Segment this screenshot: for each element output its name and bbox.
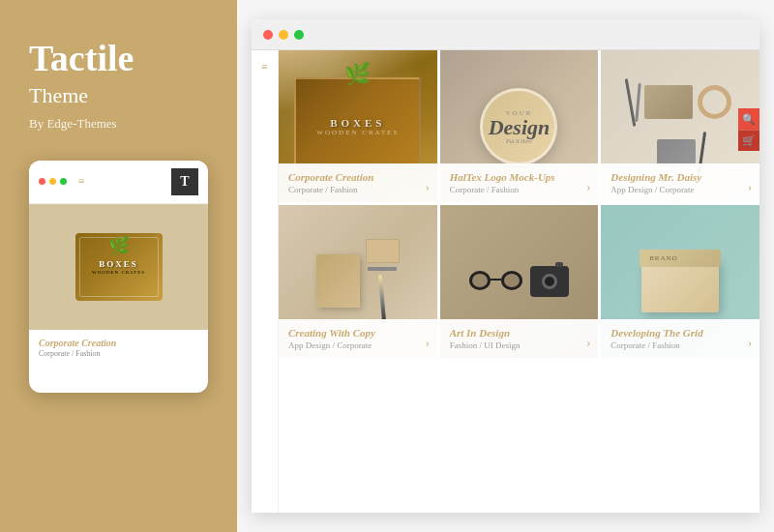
item-1-caption: Corporate Creation Corporate / Fashion › <box>279 163 437 202</box>
app-by: By Edge-Themes <box>29 116 208 132</box>
grid-item-1[interactable]: 🌿 BOXES wooden crates Corporate Creation… <box>279 50 437 202</box>
browser-btn-maximize[interactable] <box>294 30 304 40</box>
main-area: ≡ 🔍 🛒 🌿 BOXES wooden crates <box>237 0 774 532</box>
pencil-item <box>378 275 386 323</box>
box-brand-text: BRAND <box>649 254 678 262</box>
envelope <box>366 239 400 263</box>
dot-green <box>60 178 67 185</box>
glasses-right <box>501 271 522 290</box>
item-6-arrow[interactable]: › <box>748 336 752 350</box>
cart-icon[interactable]: 🛒 <box>738 130 759 151</box>
item-5-sub: Fashion / UI Design <box>450 340 589 350</box>
phone-toolbar: ≡ T <box>29 161 208 204</box>
dot-red <box>39 178 45 185</box>
item-5-caption: Art In Design Fashion / UI Design › <box>440 319 599 358</box>
item-4-title: Creating With Copy <box>288 327 428 339</box>
item-3-arrow[interactable]: › <box>748 180 752 194</box>
grid-item-6[interactable]: BRAND Developing The Grid Corporate / Fa… <box>601 205 759 357</box>
inner-sidebar: ≡ <box>252 50 279 513</box>
sidebar: Tactile Theme By Edge-Themes ≡ T 🌿 BOXES… <box>0 0 237 532</box>
phone-box-graphic: 🌿 BOXES WOODEN CRATES <box>75 233 163 301</box>
grid-item-5[interactable]: Art In Design Fashion / UI Design › <box>440 205 599 357</box>
boxes-sublabel: wooden crates <box>316 129 399 136</box>
grid-item-4[interactable]: Creating With Copy App Design / Corporat… <box>279 205 437 357</box>
glasses-bridge <box>491 279 501 281</box>
item-2-sub: Corporate / Fashion <box>450 185 589 194</box>
item-6-sub: Corporate / Fashion <box>610 340 750 350</box>
tool-rope <box>698 85 731 119</box>
boxes-graphic: 🌿 BOXES wooden crates <box>294 77 421 176</box>
phone-caption-title: Corporate Creation <box>39 338 198 348</box>
box-sublabel: WOODEN CRATES <box>92 270 145 275</box>
hamburger-icon[interactable]: ≡ <box>78 174 85 189</box>
item-2-title: HalTex Logo Mock-Ups <box>450 171 589 183</box>
item-5-title: Art In Design <box>450 327 589 339</box>
grid-item-3[interactable]: Designing Mr. Daisy App Design / Corpora… <box>601 50 759 202</box>
item-2-caption: HalTex Logo Mock-Ups Corporate / Fashion… <box>440 163 599 202</box>
search-cart-icon[interactable]: 🔍 <box>738 108 759 130</box>
phone-mockup: ≡ T 🌿 BOXES WOODEN CRATES Corporate Crea… <box>29 161 208 393</box>
phone-caption: Corporate Creation Corporate / Fashion <box>29 330 208 366</box>
box-label: BOXES <box>92 259 145 269</box>
item-6-caption: Developing The Grid Corporate / Fashion … <box>601 319 759 358</box>
item-6-title: Developing The Grid <box>610 327 750 339</box>
item-1-arrow[interactable]: › <box>426 180 430 194</box>
item-1-title: Corporate Creation <box>288 171 428 183</box>
tool-pencil <box>635 83 640 122</box>
camera-graphic <box>530 266 569 297</box>
paper-items <box>366 239 400 323</box>
packaging-graphic: BRAND <box>601 240 759 322</box>
app-subtitle: Theme <box>29 83 208 108</box>
item-3-caption: Designing Mr. Daisy App Design / Corpora… <box>601 163 759 202</box>
design-put-text: Put It Here <box>506 138 532 144</box>
browser-window: ≡ 🔍 🛒 🌿 BOXES wooden crates <box>252 19 759 513</box>
paper-graphic <box>279 229 437 333</box>
boxes-text: BOXES <box>330 117 385 129</box>
tool-notebook <box>657 139 696 166</box>
browser-btn-minimize[interactable] <box>279 30 288 40</box>
design-main-text: Design <box>489 117 551 138</box>
item-2-arrow[interactable]: › <box>586 180 590 194</box>
box-body <box>641 259 719 312</box>
tape <box>368 267 397 271</box>
glasses-left <box>469 271 491 290</box>
plant-icon: 🌿 <box>344 62 371 87</box>
plant-icon: 🌿 <box>108 235 130 256</box>
browser-content: ≡ 🔍 🛒 🌿 BOXES wooden crates <box>252 50 759 513</box>
box-package: BRAND <box>641 250 719 312</box>
item-4-caption: Creating With Copy App Design / Corporat… <box>279 319 437 358</box>
item-3-sub: App Design / Corporate <box>610 185 750 194</box>
item-3-title: Designing Mr. Daisy <box>610 171 750 183</box>
app-title: Tactile <box>29 39 208 79</box>
grid-item-2[interactable]: YOUR Design Put It Here HalTex Logo Mock… <box>440 50 599 202</box>
camera-flash <box>555 262 563 267</box>
inner-hamburger-icon[interactable]: ≡ <box>261 60 268 74</box>
grid-container: 🔍 🛒 🌿 BOXES wooden crates Corporate Crea… <box>279 50 759 513</box>
phone-dots <box>39 178 67 185</box>
browser-toolbar <box>252 19 759 50</box>
tool-wallet <box>644 85 693 119</box>
browser-btn-close[interactable] <box>263 30 273 40</box>
paper-stack <box>316 254 360 308</box>
item-4-arrow[interactable]: › <box>426 336 430 350</box>
design-stamp-graphic: YOUR Design Put It Here <box>480 88 557 165</box>
dot-yellow <box>49 178 56 185</box>
phone-caption-sub: Corporate / Fashion <box>39 349 198 358</box>
logo-t: T <box>171 168 198 195</box>
art-graphic <box>440 256 599 307</box>
glasses-graphic <box>469 271 522 292</box>
phone-image: 🌿 BOXES WOODEN CRATES <box>29 204 208 330</box>
portfolio-grid: 🌿 BOXES wooden crates Corporate Creation… <box>279 50 759 513</box>
item-5-arrow[interactable]: › <box>586 336 590 350</box>
cart-buttons: 🔍 🛒 <box>738 108 759 151</box>
item-1-sub: Corporate / Fashion <box>288 185 428 194</box>
camera-lens <box>542 274 557 289</box>
item-4-sub: App Design / Corporate <box>288 340 428 350</box>
